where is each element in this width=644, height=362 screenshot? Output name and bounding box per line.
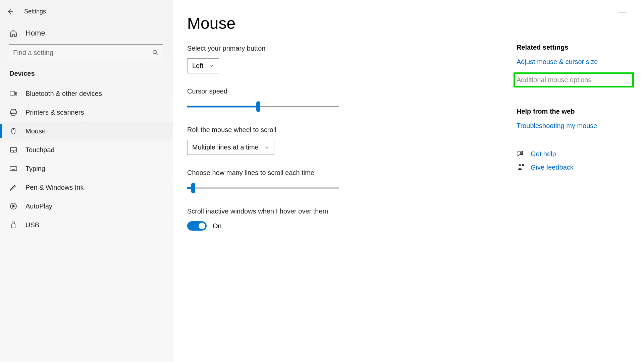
group-lines-scroll: Choose how many lines to scroll each tim… [187, 169, 442, 193]
sidebar-item-label: Typing [25, 165, 45, 173]
back-button[interactable] [5, 7, 15, 16]
hover-scroll-toggle[interactable] [187, 221, 207, 231]
sidebar-item-label: Touchpad [25, 146, 55, 154]
keyboard-icon [9, 165, 17, 173]
arrow-left-icon [6, 7, 14, 15]
wheel-scroll-dropdown[interactable]: Multiple lines at a time [187, 140, 274, 155]
primary-button-dropdown[interactable]: Left [187, 58, 219, 73]
search-icon [152, 49, 159, 56]
hover-scroll-state: On [213, 222, 222, 230]
help-icon [517, 150, 525, 158]
lines-scroll-slider[interactable] [187, 183, 339, 193]
svg-rect-1 [10, 91, 15, 95]
link-additional-mouse-options[interactable]: Additional mouse options [514, 72, 634, 87]
sidebar-item-label: Pen & Windows Ink [25, 184, 84, 191]
usb-icon [9, 221, 17, 229]
sidebar-home-label: Home [25, 29, 45, 38]
sidebar-item-mouse[interactable]: Mouse [0, 122, 173, 140]
printer-icon [9, 108, 17, 116]
sidebar-item-typing[interactable]: Typing [0, 159, 173, 178]
main-content: — Mouse Select your primary button Left … [173, 0, 644, 362]
sidebar-home[interactable]: Home [0, 23, 173, 44]
sidebar-item-autoplay[interactable]: AutoPlay [0, 197, 173, 216]
link-adjust-cursor-size[interactable]: Adjust mouse & cursor size [517, 58, 634, 66]
home-icon [9, 29, 17, 37]
feedback-icon [517, 163, 525, 171]
search-wrap [0, 44, 173, 70]
lines-scroll-label: Choose how many lines to scroll each tim… [187, 169, 442, 177]
mouse-icon [9, 127, 17, 135]
group-primary-button: Select your primary button Left [187, 45, 442, 73]
toggle-knob [199, 223, 205, 229]
sidebar-item-touchpad[interactable]: Touchpad [0, 140, 173, 159]
sidebar-item-label: AutoPlay [25, 202, 52, 210]
get-help-row[interactable]: Get help [517, 150, 634, 158]
svg-point-13 [519, 164, 521, 166]
primary-button-value: Left [192, 62, 203, 70]
give-feedback-link[interactable]: Give feedback [531, 164, 574, 171]
sidebar-item-label: Printers & scanners [25, 109, 84, 116]
hover-scroll-label: Scroll inactive windows when I hover ove… [187, 207, 442, 215]
devices-icon [9, 89, 17, 98]
primary-button-label: Select your primary button [187, 45, 442, 52]
content-column: Mouse Select your primary button Left Cu… [187, 14, 442, 362]
get-help-link[interactable]: Get help [531, 150, 556, 158]
link-troubleshooting-mouse[interactable]: Troubleshooting my mouse [517, 122, 634, 130]
slider-thumb[interactable] [256, 101, 260, 112]
svg-rect-11 [12, 224, 15, 228]
sidebar-item-pen[interactable]: Pen & Windows Ink [0, 178, 173, 197]
help-from-web-header: Help from the web [517, 108, 634, 115]
give-feedback-row[interactable]: Give feedback [517, 163, 634, 171]
touchpad-icon [9, 146, 17, 154]
group-cursor-speed: Cursor speed [187, 87, 442, 112]
chevron-down-icon [209, 63, 214, 69]
window-title: Settings [24, 8, 46, 15]
cursor-speed-label: Cursor speed [187, 87, 442, 95]
sidebar-item-label: USB [25, 221, 39, 229]
svg-rect-10 [12, 222, 15, 224]
slider-track [187, 188, 339, 189]
svg-rect-2 [15, 92, 17, 95]
cursor-speed-slider[interactable] [187, 101, 339, 112]
sidebar-item-label: Bluetooth & other devices [25, 90, 102, 98]
sidebar-item-bluetooth[interactable]: Bluetooth & other devices [0, 84, 173, 103]
slider-fill [187, 106, 258, 108]
hover-scroll-toggle-row: On [187, 221, 442, 231]
group-hover-scroll: Scroll inactive windows when I hover ove… [187, 207, 442, 231]
sidebar-item-usb[interactable]: USB [0, 216, 173, 234]
page-title: Mouse [187, 14, 442, 33]
svg-point-0 [153, 50, 156, 54]
search-input[interactable] [13, 49, 152, 57]
search-box[interactable] [9, 44, 163, 61]
wheel-scroll-value: Multiple lines at a time [192, 143, 259, 151]
svg-rect-5 [12, 113, 15, 115]
sidebar-item-printers[interactable]: Printers & scanners [0, 103, 173, 122]
sidebar-section-header: Devices [0, 70, 173, 84]
chevron-down-icon [264, 145, 269, 150]
sidebar: Settings Home Devices Bluetooth & other … [0, 0, 173, 362]
group-wheel-scroll: Roll the mouse wheel to scroll Multiple … [187, 126, 442, 155]
titlebar: Settings [0, 4, 173, 23]
slider-thumb[interactable] [191, 183, 195, 193]
wheel-scroll-label: Roll the mouse wheel to scroll [187, 126, 442, 134]
right-column: Related settings Adjust mouse & cursor s… [517, 13, 634, 177]
pen-icon [9, 183, 17, 191]
related-settings-header: Related settings [517, 44, 634, 51]
sidebar-item-label: Mouse [25, 127, 46, 135]
autoplay-icon [9, 202, 17, 210]
svg-rect-8 [10, 167, 17, 171]
